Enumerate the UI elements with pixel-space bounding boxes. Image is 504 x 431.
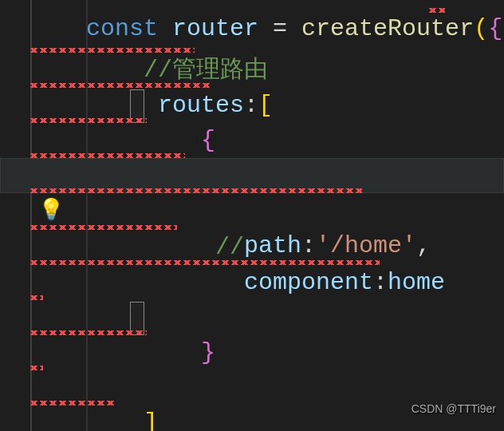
watermark: CSDN @TTTi9er: [411, 391, 496, 426]
error-underline: [30, 401, 115, 405]
code-editor[interactable]: const router = createRouter({ //管理路由 rou…: [0, 0, 504, 431]
error-underline: [429, 8, 445, 13]
code-line[interactable]: [0, 335, 504, 370]
bracket: ]: [144, 409, 158, 431]
error-underline: [30, 188, 362, 193]
code-line[interactable]: [0, 265, 504, 300]
